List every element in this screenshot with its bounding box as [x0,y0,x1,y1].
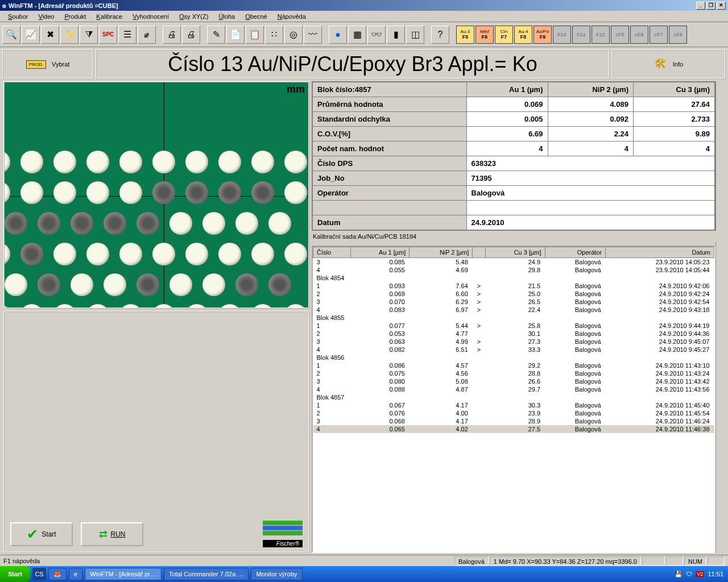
print2-icon[interactable]: 🖨 [182,26,200,44]
status-coords: 1 Md= 9.70 X=90.33 Y=84.36 Z=127.20 mq=3… [490,556,641,566]
fkey-cf6: cF6 [630,26,648,44]
wand-icon[interactable]: ✨ [60,26,78,44]
eraser-icon[interactable]: ◫ [406,26,424,44]
menu-nápověda[interactable]: Nápověda [273,12,311,21]
form-icon[interactable]: 📋 [246,26,264,44]
spectrum-icon[interactable]: 📈 [22,26,40,44]
start-button[interactable]: ✔ Start [10,522,73,546]
tray-clock[interactable]: 11:51 [708,571,723,577]
taskbar-item-1[interactable]: Total Commander 7.02a … [164,568,249,580]
menu-osy xy(z)[interactable]: Osy XY(Z) [175,12,213,21]
tray-lang-icon[interactable]: V2 [696,571,704,577]
fkey-f12: F12 [592,26,610,44]
run-label: RUN [111,530,126,538]
scatter-icon[interactable]: ∷ [265,26,283,44]
info-label: Info [673,61,683,68]
taskbar-lang[interactable]: CS [32,568,46,580]
run-icon: ⇄ [99,528,107,541]
tray-shield-icon[interactable]: 🛡 [686,571,692,577]
spc-icon[interactable]: SPC [99,26,117,44]
lower-panel: ✔ Start ⇄ RUN Fischer® [3,311,309,553]
taskbar-item-2[interactable]: Monitor výroby [251,568,302,580]
probe-icon[interactable]: ⸙ [138,26,156,44]
toolbar: 🔍 📈 ✖ ✨ ⧩ SPC ☰ ⸙ 🖨 🖨 ✎ 📄 📋 ∷ ◎ 〰 ● ▦ 👓 … [0,22,728,47]
fischer-logo: Fischer® [263,521,303,547]
filter-icon[interactable]: ⧩ [80,26,98,44]
close-button[interactable]: ✕ [717,2,726,10]
restore-button[interactable]: ❐ [706,2,715,10]
menu-soubor[interactable]: Soubor [3,12,32,21]
fkey-cf8: cF8 [669,26,687,44]
camera-unit: mm [287,84,305,95]
menu-obecné[interactable]: Obecné [241,12,272,21]
menu-produkt[interactable]: Produkt [60,12,90,21]
start-menu-button[interactable]: Start [0,566,30,582]
stats-table: Blok číslo:4857Au 1 (µm)NiP 2 (µm)Cu 3 (… [312,81,715,231]
fkey-f5[interactable]: Au-3F5 [456,26,474,44]
app-icon: ⌾ [2,2,6,9]
menu-video[interactable]: Video [34,12,59,21]
fkey-f11: F11 [572,26,590,44]
quick-firefox-icon[interactable]: 🦊 [48,568,67,580]
camera-view[interactable]: mm [3,81,309,309]
data-grid[interactable]: ČísloAu 1 [µm]NiP 2 [µm]Cu 3 [µm]Operáto… [312,246,715,553]
fkey-cf5: cF5 [611,26,629,44]
menubar: SouborVideoProduktKalibraceVyhodnoceníOs… [0,11,728,22]
start-menu-label: Start [8,571,22,577]
check-icon: ✔ [27,526,38,542]
status-blank3 [708,556,725,566]
zoom-icon[interactable]: 🔍 [2,26,20,44]
calibration-set: Kalibrační sada:Au/Ni/Cu/PCB 18184 [312,231,725,242]
delete-icon[interactable]: ✖ [41,26,59,44]
layers-icon[interactable]: ☰ [118,26,136,44]
system-tray[interactable]: 💾 🛡 V2 11:51 [675,571,728,578]
window-titlebar: ⌾ WinFTM - [Adresář produktů =CUBE] _ ❐ … [0,0,728,11]
palette-icon[interactable]: ▮ [387,26,405,44]
fischer-text: Fischer® [263,540,303,547]
window-title: WinFTM - [Adresář produktů =CUBE] [9,2,118,9]
binoculars-icon[interactable]: 👓 [367,26,386,44]
taskbar-item-0[interactable]: WinFTM - [Adresář pr… [85,568,162,580]
prod-icon: PROD. [26,60,46,69]
tools-icon: 🛠 [655,57,667,72]
stats-scrollbar[interactable] [715,81,725,231]
menu-úloha[interactable]: Úloha [214,12,239,21]
quick-ie-icon[interactable]: e [69,568,82,580]
minimize-button[interactable]: _ [696,2,705,10]
grid-scrollbar[interactable] [715,242,725,553]
target-icon[interactable]: ◎ [284,26,303,44]
edit-icon[interactable]: ✎ [207,26,225,44]
note-icon[interactable]: 📄 [226,26,245,44]
fkey-cf7: cF7 [650,26,668,44]
grid-icon[interactable]: ▦ [348,26,366,44]
fkey-f10: F10 [553,26,571,44]
run-button[interactable]: ⇄ RUN [81,522,143,546]
tray-save-icon[interactable]: 💾 [675,571,682,578]
status-blank1 [642,556,665,566]
chart-icon[interactable]: 〰 [304,26,322,44]
select-label: Vybrat [52,61,69,68]
fkey-f8[interactable]: Au-4F8 [514,26,532,44]
product-title: Číslo 13 Au/NiP/Cu/Epoxy Br3 Appl.= Ko [161,52,544,76]
taskbar: Start CS 🦊 e WinFTM - [Adresář pr…Total … [0,566,728,582]
fkey-f6[interactable]: MěďF6 [475,26,494,44]
status-blank2 [666,556,683,566]
product-title-box: Číslo 13 Au/NiP/Cu/Epoxy Br3 Appl.= Ko [96,49,610,79]
menu-kalibrace[interactable]: Kalibrace [92,12,127,21]
fkey-f9[interactable]: Au/PdF9 [533,26,552,44]
status-help: F1 nápověda [3,558,40,564]
fkey-f7[interactable]: CínF7 [495,26,513,44]
select-box[interactable]: PROD. Vybrat [2,49,93,79]
circle-icon[interactable]: ● [329,26,347,44]
status-operator: Balogová [454,556,489,566]
start-label: Start [42,530,56,538]
pcb-pads [3,151,309,309]
help-icon[interactable]: ? [431,26,449,44]
header-row: PROD. Vybrat Číslo 13 Au/NiP/Cu/Epoxy Br… [0,47,728,81]
menu-vyhodnocení[interactable]: Vyhodnocení [128,12,173,21]
print-icon[interactable]: 🖨 [163,26,181,44]
status-num: NUM [684,556,706,566]
statusbar: F1 nápověda Balogová 1 Md= 9.70 X=90.33 … [0,555,728,566]
info-box[interactable]: 🛠 Info [612,49,726,79]
